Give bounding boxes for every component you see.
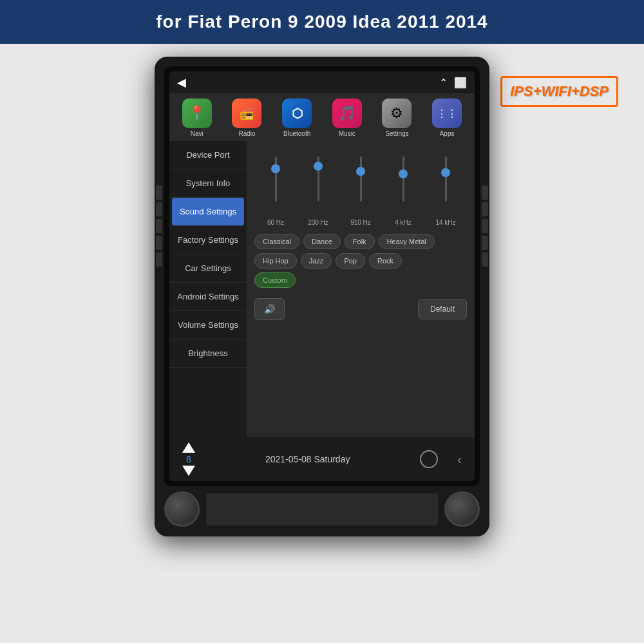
eq-knob[interactable] xyxy=(399,169,408,178)
sidebar-item-sound-settings[interactable]: Sound Settings xyxy=(172,198,244,226)
bluetooth-icon: ⬡ xyxy=(282,99,312,128)
screen: ◀ ⌃ ⬜ 📍 Navi 📻 Radio xyxy=(169,71,475,481)
eq-knob[interactable] xyxy=(441,168,450,177)
nav-number: 8 xyxy=(186,454,191,464)
bottom-controls: 🔊 Default xyxy=(254,294,467,324)
equalizer: 60 Hz 230 Hz xyxy=(254,150,467,214)
genre-dance[interactable]: Dance xyxy=(303,234,341,249)
genre-custom[interactable]: Custom xyxy=(254,272,296,288)
nav-bar-right: ‹ xyxy=(420,450,462,468)
triangle-down-icon[interactable] xyxy=(182,466,195,476)
eq-track[interactable] xyxy=(445,156,447,202)
back-arrow-icon[interactable]: ◀ xyxy=(177,75,186,90)
right-knob[interactable] xyxy=(444,491,480,527)
side-button[interactable] xyxy=(482,185,488,200)
side-button[interactable] xyxy=(156,202,162,216)
genre-folk[interactable]: Folk xyxy=(345,234,375,249)
settings-icon: ⚙ xyxy=(382,99,412,128)
navi-label: Navi xyxy=(191,130,204,137)
eq-label-14khz: 14 kHz xyxy=(435,219,455,226)
settings-label: Settings xyxy=(385,130,408,137)
genre-row-3: Custom xyxy=(254,272,467,288)
nav-item-settings[interactable]: ⚙ Settings xyxy=(382,99,412,137)
side-button[interactable] xyxy=(482,219,488,233)
main-content: IPS+WIFI+DSP ◀ ⌃ xyxy=(0,44,644,643)
knobs-row xyxy=(164,491,480,527)
sidebar: Device Port System Info Sound Settings F… xyxy=(169,141,247,437)
triangle-up-icon[interactable] xyxy=(182,442,195,453)
genre-pop[interactable]: Pop xyxy=(336,253,365,269)
nav-item-apps[interactable]: ⋮⋮ Apps xyxy=(432,99,462,137)
eq-band-230hz: 230 Hz xyxy=(317,156,319,214)
eq-knob[interactable] xyxy=(356,167,365,176)
home-circle-button[interactable] xyxy=(420,450,438,468)
screen-bezel: ◀ ⌃ ⬜ 📍 Navi 📻 Radio xyxy=(164,66,480,486)
datetime-display: 2021-05-08 Saturday xyxy=(265,454,350,464)
side-button[interactable] xyxy=(156,236,162,250)
nav-bar: 8 2021-05-08 Saturday ‹ xyxy=(169,437,475,481)
car-unit: ◀ ⌃ ⬜ 📍 Navi 📻 Radio xyxy=(155,57,489,536)
side-buttons-left xyxy=(156,185,162,267)
eq-track[interactable] xyxy=(275,156,277,202)
eq-label-4khz: 4 kHz xyxy=(395,219,412,226)
bluetooth-label: Bluetooth xyxy=(283,130,310,137)
sound-button[interactable]: 🔊 xyxy=(254,298,285,320)
genre-classical[interactable]: Classical xyxy=(254,234,299,249)
side-button[interactable] xyxy=(156,185,162,200)
sidebar-item-device-port[interactable]: Device Port xyxy=(169,141,247,169)
eq-band-60hz: 60 Hz xyxy=(275,156,277,214)
navi-icon: 📍 xyxy=(182,99,212,128)
eq-track[interactable] xyxy=(317,156,319,202)
side-button[interactable] xyxy=(482,202,488,216)
side-buttons-right xyxy=(482,185,488,267)
sidebar-item-car-settings[interactable]: Car Settings xyxy=(169,254,247,283)
eq-band-4khz: 4 kHz xyxy=(402,156,404,214)
sidebar-item-factory-settings[interactable]: Factory Settings xyxy=(169,226,247,254)
left-knob[interactable] xyxy=(164,491,200,527)
side-button[interactable] xyxy=(482,252,488,267)
genre-hip-hop[interactable]: Hip Hop xyxy=(254,253,297,269)
eq-track[interactable] xyxy=(402,156,404,202)
eq-track[interactable] xyxy=(360,156,362,202)
apps-icon: ⋮⋮ xyxy=(432,99,462,128)
default-button[interactable]: Default xyxy=(418,299,467,319)
music-label: Music xyxy=(339,130,355,137)
apps-label: Apps xyxy=(440,130,455,137)
genre-jazz[interactable]: Jazz xyxy=(301,253,332,269)
nav-item-navi[interactable]: 📍 Navi xyxy=(182,99,212,137)
eq-band-910hz: 910 Hz xyxy=(360,156,362,214)
top-banner: for Fiat Peron 9 2009 Idea 2011 2014 xyxy=(0,0,644,44)
sidebar-item-system-info[interactable]: System Info xyxy=(169,169,247,198)
eq-band-14khz: 14 kHz xyxy=(445,156,447,214)
genre-heavy-metal[interactable]: Heavy Metal xyxy=(379,234,435,249)
bottom-panel xyxy=(206,493,438,526)
screen-topbar: ◀ ⌃ ⬜ xyxy=(169,71,475,93)
nav-bar-left: 8 xyxy=(182,442,195,476)
eq-knob[interactable] xyxy=(271,164,280,173)
topbar-icons: ⌃ ⬜ xyxy=(439,77,467,89)
side-button[interactable] xyxy=(482,236,488,250)
radio-label: Radio xyxy=(238,130,255,137)
back-chevron-icon[interactable]: ‹ xyxy=(457,452,462,467)
sidebar-item-volume-settings[interactable]: Volume Settings xyxy=(169,311,247,339)
genre-rock[interactable]: Rock xyxy=(369,253,402,269)
eq-knob[interactable] xyxy=(314,162,323,171)
nav-item-radio[interactable]: 📻 Radio xyxy=(232,99,261,137)
nav-item-bluetooth[interactable]: ⬡ Bluetooth xyxy=(282,99,312,137)
sidebar-item-brightness[interactable]: Brightness xyxy=(169,339,247,368)
chevron-up-icon: ⌃ xyxy=(439,77,448,89)
radio-icon: 📻 xyxy=(232,99,261,128)
content-area: 60 Hz 230 Hz xyxy=(247,141,475,437)
eq-label-230hz: 230 Hz xyxy=(308,219,328,226)
sidebar-item-android-settings[interactable]: Android Settings xyxy=(169,283,247,311)
banner-title: for Fiat Peron 9 2009 Idea 2011 2014 xyxy=(156,12,488,32)
nav-item-music[interactable]: 🎵 Music xyxy=(332,99,362,137)
ips-wifi-dsp-badge: IPS+WIFI+DSP xyxy=(500,76,618,107)
genre-row-2: Hip Hop Jazz Pop Rock xyxy=(254,253,467,269)
eq-label-60hz: 60 Hz xyxy=(267,219,284,226)
screen-content: Device Port System Info Sound Settings F… xyxy=(169,141,475,437)
side-button[interactable] xyxy=(156,252,162,267)
window-icon: ⬜ xyxy=(454,77,467,89)
genre-row-1: Classical Dance Folk Heavy Metal xyxy=(254,234,467,249)
side-button[interactable] xyxy=(156,219,162,233)
